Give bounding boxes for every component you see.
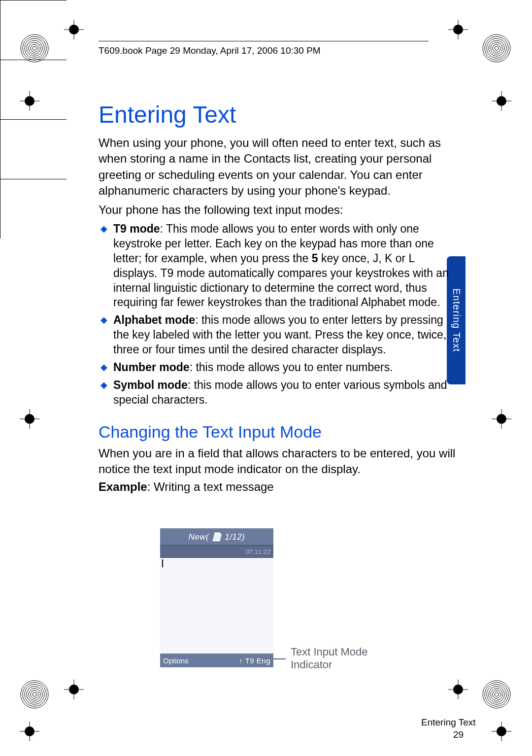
- page-title: Entering Text: [99, 101, 458, 128]
- svg-point-11: [497, 414, 506, 424]
- svg-point-23: [453, 25, 463, 34]
- phone-screenshot: New( 📄 1/12) 07:11:22 Options ↑ T9 Eng: [160, 528, 273, 666]
- svg-point-5: [497, 96, 506, 106]
- reg-mark-icon: [492, 409, 511, 429]
- bullet-label: Symbol mode: [113, 378, 188, 391]
- bullet-t9: ◆ T9 mode: This mode allows you to enter…: [99, 222, 458, 310]
- diamond-icon: ◆: [99, 360, 109, 375]
- svg-point-26: [69, 685, 79, 694]
- reg-mark-icon: [492, 722, 511, 741]
- diamond-icon: ◆: [99, 222, 109, 310]
- example-rest: : Writing a text message: [147, 480, 274, 493]
- example-line: Example: Writing a text message: [99, 480, 458, 494]
- reg-mark-icon: [20, 409, 39, 429]
- svg-point-36: [33, 46, 36, 50]
- svg-point-2: [25, 96, 34, 106]
- reg-mark-icon: [64, 680, 84, 699]
- bullet-bold-mid: 5: [312, 252, 318, 265]
- svg-point-29: [453, 685, 463, 694]
- svg-point-49: [31, 690, 38, 698]
- svg-point-57: [495, 692, 499, 696]
- svg-point-20: [69, 25, 79, 34]
- bullet-label: Alphabet mode: [113, 313, 195, 326]
- intro-paragraph-1: When using your phone, you will often ne…: [99, 135, 458, 199]
- mode-bullets: ◆ T9 mode: This mode allows you to enter…: [99, 222, 458, 408]
- bullet-label: T9 mode: [113, 222, 160, 235]
- screenshot-status-right: 07:11:22: [245, 548, 270, 555]
- bullet-label: Number mode: [113, 361, 190, 374]
- svg-point-8: [25, 414, 34, 424]
- intro-paragraph-2: Your phone has the following text input …: [99, 202, 458, 218]
- spiral-icon: [20, 680, 49, 709]
- callout-leader-line: [273, 658, 286, 659]
- example-label: Example: [99, 480, 147, 493]
- svg-point-33: [27, 40, 42, 56]
- svg-point-39: [487, 38, 506, 58]
- footer-page-number: 29: [453, 729, 464, 740]
- header-rule: [99, 41, 429, 41]
- svg-point-50: [33, 692, 36, 696]
- svg-point-43: [495, 46, 499, 50]
- bullet-text: : this mode allows you to enter numbers.: [190, 361, 393, 374]
- spiral-icon: [482, 680, 511, 709]
- running-header: T609.book Page 29 Monday, April 17, 2006…: [99, 45, 321, 56]
- callout-label: Text Input Mode Indicator: [291, 646, 368, 672]
- svg-point-54: [489, 687, 504, 702]
- svg-point-52: [485, 683, 508, 706]
- svg-point-56: [493, 690, 500, 698]
- bullet-alphabet: ◆ Alphabet mode: this mode allows you to…: [99, 313, 458, 357]
- svg-point-53: [487, 685, 506, 704]
- reg-mark-icon: [64, 20, 84, 39]
- svg-point-14: [25, 726, 34, 736]
- page-content: Entering Text When using your phone, you…: [99, 101, 458, 506]
- callout-line1: Text Input Mode: [291, 646, 368, 658]
- bullet-number: ◆ Number mode: this mode allows you to e…: [99, 360, 458, 375]
- svg-point-38: [485, 36, 508, 60]
- diamond-icon: ◆: [99, 378, 109, 408]
- softkey-right: ↑ T9 Eng: [239, 656, 270, 665]
- svg-point-45: [23, 683, 46, 706]
- spiral-icon: [20, 34, 49, 63]
- svg-point-46: [25, 685, 44, 704]
- svg-point-42: [493, 44, 500, 52]
- callout-line2: Indicator: [291, 658, 368, 671]
- reg-mark-icon: [20, 91, 39, 111]
- diamond-icon: ◆: [99, 313, 109, 357]
- spiral-icon: [482, 34, 511, 63]
- reg-mark-icon: [492, 91, 511, 111]
- reg-mark-icon: [448, 20, 468, 39]
- svg-point-17: [497, 726, 506, 736]
- reg-mark-icon: [20, 722, 39, 741]
- screenshot-statusbar: 07:11:22: [160, 546, 273, 558]
- bullet-symbol: ◆ Symbol mode: this mode allows you to e…: [99, 378, 458, 408]
- reg-mark-icon: [448, 680, 468, 699]
- footer-section-name: Entering Text: [421, 717, 476, 728]
- softkey-left: Options: [163, 656, 189, 665]
- section-heading: Changing the Text Input Mode: [99, 422, 458, 442]
- svg-point-40: [489, 40, 504, 56]
- text-caret-icon: [162, 559, 163, 567]
- screenshot-softkey-bar: Options ↑ T9 Eng: [160, 653, 273, 667]
- svg-point-47: [27, 687, 42, 702]
- svg-point-35: [31, 44, 38, 52]
- section-paragraph: When you are in a field that allows char…: [99, 446, 458, 478]
- screenshot-titlebar: New( 📄 1/12): [160, 528, 273, 546]
- screenshot-body: [160, 558, 273, 653]
- svg-point-32: [25, 38, 44, 58]
- svg-point-31: [23, 36, 46, 60]
